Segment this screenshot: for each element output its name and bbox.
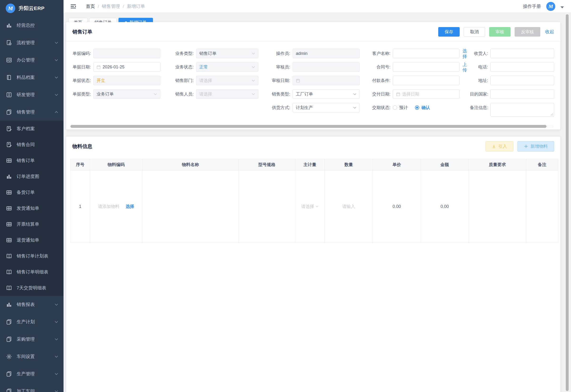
sidebar-item-customer-archive[interactable]: 客户档案: [0, 121, 63, 137]
auditor-label: 审核员:: [269, 62, 293, 72]
contract-upload-link[interactable]: 上传: [462, 62, 467, 73]
chevron-down-icon: [55, 94, 58, 96]
book-open-icon: [6, 285, 12, 291]
unit-dropdown[interactable]: 请选择: [301, 204, 318, 209]
order-form: 单据编码: 业务类型: 销售订单 操作员: admin: [66, 42, 560, 117]
workflow-doc-icon: [6, 40, 12, 46]
sidebar-item-sales-order[interactable]: 销售订单: [0, 153, 63, 168]
doc-code-label: 单据编码:: [72, 49, 93, 58]
table-grid-icon: [6, 237, 12, 243]
sidebar: M 升阳云ERP 经营总控 流程管理 办公管理 料品档案 研发管理 销售管理 客…: [0, 0, 63, 392]
user-menu-caret-icon[interactable]: [560, 6, 564, 8]
customer-name-input[interactable]: [393, 49, 459, 58]
phone-input[interactable]: [490, 62, 554, 72]
dest-country-input[interactable]: [490, 89, 554, 99]
cell-quality-req[interactable]: [469, 170, 526, 243]
collapse-sidebar-icon[interactable]: [71, 4, 76, 9]
radio-confirmed[interactable]: 确认: [415, 105, 430, 111]
sidebar-item-rnd-mgmt[interactable]: 研发管理: [0, 86, 63, 103]
sidebar-item-order-plan-report[interactable]: 销售订单计划表: [0, 248, 63, 264]
table-grid-icon: [6, 190, 12, 195]
sidebar-item-material-archive[interactable]: 料品档案: [0, 69, 63, 86]
sidebar-item-sales-contract[interactable]: 销售合同: [0, 137, 63, 153]
audit-date-field: [293, 76, 360, 85]
consignee-label: 收货人:: [470, 49, 490, 58]
sidebar-item-office-mgmt[interactable]: 办公管理: [0, 51, 63, 69]
address-input[interactable]: [490, 76, 554, 85]
remarks-textarea[interactable]: [490, 103, 554, 117]
payment-terms-input[interactable]: [393, 76, 459, 85]
chevron-down-icon: [252, 93, 255, 95]
breadcrumb-home[interactable]: 首页: [86, 3, 95, 10]
chevron-down-icon: [252, 53, 255, 55]
sidebar-item-7day-delivery-report[interactable]: 7天交货明细表: [0, 280, 63, 296]
dest-country-label: 目的国家:: [470, 89, 490, 99]
vertical-scrollbar-thumb[interactable]: [566, 14, 569, 391]
import-button[interactable]: 引入: [485, 141, 513, 152]
chevron-down-icon: [55, 42, 58, 44]
sidebar-item-purchase-mgmt[interactable]: 采购管理: [0, 330, 63, 348]
sidebar-item-sales-mgmt[interactable]: 销售管理: [0, 103, 63, 121]
delivery-status-label: 交期状态:: [370, 103, 393, 112]
sidebar-item-processing-workshop[interactable]: 加工车间: [0, 382, 63, 392]
material-select-link[interactable]: 选择: [126, 204, 134, 209]
col-seq: 序号: [71, 159, 90, 170]
add-material-button[interactable]: 新增物料: [517, 141, 554, 152]
sidebar-item-workshop-settings[interactable]: 车间设置: [0, 348, 63, 365]
sales-order-card: 销售订单 保存 取消 审核 反审核 收起 单据编码: 业务类型:: [66, 22, 560, 129]
cell-amount: 0.00: [421, 170, 469, 243]
breadcrumb-separator: /: [98, 4, 99, 9]
sidebar-item-order-progress-chart[interactable]: 订单进度图: [0, 168, 63, 184]
breadcrumb-current: 新增订单: [127, 3, 145, 10]
sidebar-item-production-plan[interactable]: 生产计划: [0, 313, 63, 330]
doc-date-input[interactable]: 2026-01-25: [93, 62, 160, 72]
cell-material-code: 请添加物料 选择: [90, 170, 143, 243]
cell-unit: 请选择: [295, 170, 325, 243]
cancel-button[interactable]: 取消: [464, 27, 485, 37]
audit-date-label: 审核日期:: [269, 76, 293, 85]
sidebar-item-order-detail-report[interactable]: 销售订单明细表: [0, 264, 63, 280]
radio-expected[interactable]: 预计: [393, 105, 408, 111]
chevron-down-icon: [55, 321, 58, 323]
doc-date-label: 单据日期:: [72, 62, 93, 72]
sales-type-select[interactable]: 工厂订单: [293, 89, 360, 99]
sidebar-item-invoice-settlement[interactable]: 开票结算单: [0, 216, 63, 232]
breadcrumb-sales-mgmt[interactable]: 销售管理: [102, 3, 120, 10]
supply-mode-select[interactable]: 计划生产: [293, 103, 360, 112]
sidebar-item-production-mgmt[interactable]: 生产管理: [0, 365, 63, 382]
chevron-down-icon: [252, 66, 255, 68]
doc-status-field: 开立: [93, 76, 160, 85]
sidebar-item-return-notice[interactable]: 退货通知单: [0, 232, 63, 248]
chevron-down-icon: [353, 93, 356, 95]
sidebar-item-business-overview[interactable]: 经营总控: [0, 17, 63, 34]
sidebar-item-sales-report[interactable]: 销售报表: [0, 296, 63, 313]
collapse-panel-link[interactable]: 收起: [545, 29, 554, 35]
table-grid-icon: [6, 158, 12, 163]
main-content: 首页 销售订单 新增订单 销售订单 保存 取消 审核 反审核 收起 单据编码:: [63, 13, 571, 392]
phone-label: 电话:: [470, 62, 490, 72]
col-model-spec: 型号规格: [239, 159, 295, 170]
customer-select-link[interactable]: 选择: [462, 48, 467, 59]
contract-no-input[interactable]: [393, 62, 459, 72]
sales-submenu: 客户档案 销售合同 销售订单 订单进度图 备货订单 发货通知单 开票结算单 退: [0, 121, 63, 296]
consignee-input[interactable]: [490, 49, 554, 58]
manual-link[interactable]: 操作手册: [523, 3, 541, 10]
materials-card: 物料信息 引入 新增物料 序号 物料编码: [66, 137, 560, 392]
save-button[interactable]: 保存: [438, 27, 460, 37]
unaudit-button[interactable]: 反审核: [515, 27, 540, 37]
quantity-input[interactable]: 请输入: [342, 204, 355, 209]
cell-unit-price[interactable]: 0.00: [373, 170, 421, 243]
sidebar-item-process-mgmt[interactable]: 流程管理: [0, 34, 63, 51]
resize-grip-icon: [551, 113, 553, 116]
chart-bar-icon: [6, 302, 12, 308]
sidebar-item-stock-order[interactable]: 备货订单: [0, 184, 63, 200]
sidebar-item-shipping-notice[interactable]: 发货通知单: [0, 200, 63, 216]
user-avatar[interactable]: M: [546, 2, 555, 11]
doc-type-select: 业务订单: [93, 89, 160, 99]
delivery-date-input[interactable]: 选择日期: [393, 89, 459, 99]
biz-status-select: 正常: [196, 62, 258, 72]
horizontal-scrollbar-thumb[interactable]: [70, 125, 546, 128]
cell-remark[interactable]: [526, 170, 558, 243]
material-code-placeholder[interactable]: 请添加物料: [98, 204, 120, 209]
audit-button[interactable]: 审核: [489, 27, 511, 37]
